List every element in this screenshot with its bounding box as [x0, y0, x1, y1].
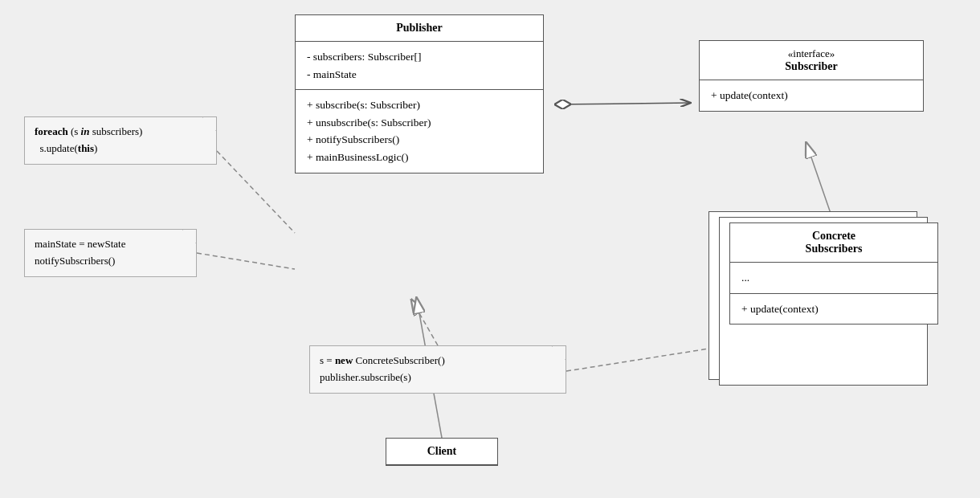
note-mainstate-line2: notifySubscribers() — [35, 253, 186, 270]
publisher-method-2: + unsubscribe(s: Subscriber) — [307, 114, 532, 132]
svg-line-6 — [419, 313, 438, 345]
publisher-methods: + subscribe(s: Subscriber) + unsubscribe… — [296, 90, 543, 172]
subscriber-title: Subscriber — [713, 60, 910, 73]
note-foreach-kw1: foreach — [35, 125, 68, 137]
concrete-section-2: + update(context) — [730, 294, 937, 325]
subscriber-header: «interface» Subscriber — [700, 41, 923, 80]
concrete-ellipsis: ... — [741, 269, 926, 287]
note-foreach: foreach (s in subscribers) s.update(this… — [24, 116, 217, 165]
concrete-title: ConcreteSubscribers — [806, 230, 863, 255]
publisher-method-4: + mainBusinessLogic() — [307, 149, 532, 166]
publisher-method-1: + subscribe(s: Subscriber) — [307, 96, 532, 114]
client-title: Client — [427, 445, 457, 457]
note-foreach-line2: s.update(this) — [35, 141, 206, 157]
concrete-subscribers-box: ConcreteSubscribers ... + update(context… — [729, 222, 938, 325]
publisher-header: Publisher — [296, 15, 543, 42]
subscriber-methods: + update(context) — [700, 80, 923, 111]
concrete-method: + update(context) — [741, 300, 926, 318]
note-mainstate: mainState = newState notifySubscribers() — [24, 229, 197, 277]
publisher-field-1: - subscribers: Subscriber[] — [307, 48, 532, 66]
svg-line-4 — [217, 151, 295, 233]
publisher-method-3: + notifySubscribers() — [307, 131, 532, 149]
note-mainstate-line1: mainState = newState — [35, 236, 186, 253]
client-box: Client — [386, 438, 498, 466]
concrete-section-1: ... — [730, 263, 937, 294]
subscriber-method-1: + update(context) — [711, 87, 912, 104]
publisher-field-2: - mainState — [307, 66, 532, 84]
svg-line-7 — [566, 345, 729, 371]
subscriber-stereotype: «interface» — [713, 47, 910, 60]
concrete-header: ConcreteSubscribers — [730, 223, 937, 263]
client-header: Client — [386, 439, 497, 465]
publisher-title: Publisher — [396, 22, 443, 34]
note-foreach-kw-in: in — [81, 125, 90, 137]
diagram-container: Publisher - subscribers: Subscriber[] - … — [0, 0, 980, 498]
subscriber-box: «interface» Subscriber + update(context) — [699, 40, 924, 112]
note-client: s = new ConcreteSubscriber() publisher.s… — [309, 345, 566, 394]
note-foreach-line1: foreach (s in subscribers) — [35, 124, 206, 141]
note-client-line2: publisher.subscribe(s) — [320, 369, 556, 386]
note-client-line1: s = new ConcreteSubscriber() — [320, 353, 556, 369]
svg-line-2 — [554, 103, 691, 104]
publisher-box: Publisher - subscribers: Subscriber[] - … — [295, 14, 544, 173]
svg-line-5 — [197, 253, 295, 269]
publisher-fields: - subscribers: Subscriber[] - mainState — [296, 42, 543, 90]
